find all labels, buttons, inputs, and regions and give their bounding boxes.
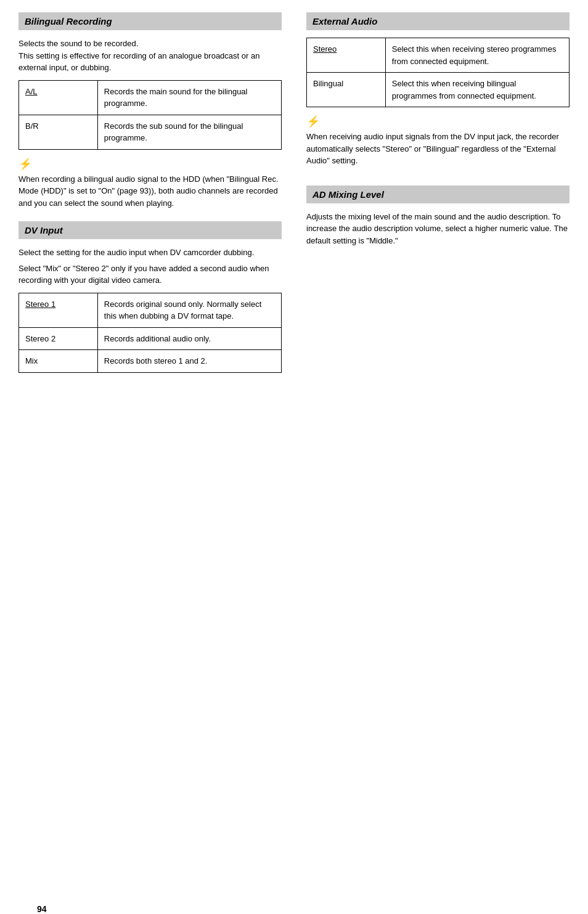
page-layout: Bilingual Recording Selects the sound to… <box>18 12 570 385</box>
left-column: Bilingual Recording Selects the sound to… <box>18 12 288 385</box>
table-row: Stereo 2 Records additional audio only. <box>19 327 282 350</box>
ad-mixing-level-body: Adjusts the mixing level of the main sou… <box>306 211 570 247</box>
table-row: B/R Records the sub sound for the biling… <box>19 115 282 149</box>
external-stereo-description: Select this when receiving stereo progra… <box>385 38 569 73</box>
bilingual-br-label: B/R <box>19 115 98 149</box>
external-audio-section: External Audio Stereo Select this when r… <box>306 12 570 167</box>
dv-input-intro1: Select the setting for the audio input w… <box>18 247 282 259</box>
bilingual-al-label: A/L <box>19 80 98 115</box>
dv-mix-label: Mix <box>19 350 98 373</box>
dv-stereo2-description: Records additional audio only. <box>97 327 281 350</box>
bilingual-intro-line1: Selects the sound to be recorded. <box>18 39 138 48</box>
external-audio-note-text: When receiving audio input signals from … <box>306 131 570 167</box>
external-audio-title: External Audio <box>306 12 570 30</box>
ad-mixing-level-section: AD Mixing Level Adjusts the mixing level… <box>306 186 570 247</box>
dv-input-intro2: Select "Mix" or "Stereo 2" only if you h… <box>18 263 282 287</box>
page-number: 94 <box>37 904 47 914</box>
right-column: External Audio Stereo Select this when r… <box>300 12 570 385</box>
external-bilingual-label: Bilingual <box>307 73 386 107</box>
page-wrapper: Bilingual Recording Selects the sound to… <box>18 12 570 914</box>
table-row: A/L Records the main sound for the bilin… <box>19 80 282 115</box>
table-row: Mix Records both stereo 1 and 2. <box>19 350 282 373</box>
bilingual-intro-line2: This setting is effective for recording … <box>18 51 259 73</box>
bilingual-note-icon: ⚡ <box>18 157 282 171</box>
dv-stereo2-label: Stereo 2 <box>19 327 98 350</box>
bilingual-al-description: Records the main sound for the bilingual… <box>97 80 281 115</box>
dv-input-table: Stereo 1 Records original sound only. No… <box>18 293 282 373</box>
external-audio-note-icon: ⚡ <box>306 115 570 128</box>
dv-input-intro: Select the setting for the audio input w… <box>18 247 282 287</box>
external-bilingual-description: Select this when receiving bilingual pro… <box>385 73 569 107</box>
external-stereo-label: Stereo <box>307 38 386 73</box>
bilingual-br-description: Records the sub sound for the bilingual … <box>97 115 281 149</box>
dv-input-section: DV Input Select the setting for the audi… <box>18 221 282 373</box>
dv-input-title: DV Input <box>18 221 282 239</box>
bilingual-recording-intro: Selects the sound to be recorded. This s… <box>18 38 282 74</box>
dv-stereo1-label: Stereo 1 <box>19 293 98 327</box>
bilingual-recording-title: Bilingual Recording <box>18 12 282 30</box>
ad-mixing-level-title: AD Mixing Level <box>306 186 570 203</box>
bilingual-recording-table: A/L Records the main sound for the bilin… <box>18 80 282 150</box>
table-row: Stereo Select this when receiving stereo… <box>307 38 570 73</box>
external-audio-table: Stereo Select this when receiving stereo… <box>306 38 570 107</box>
table-row: Bilingual Select this when receiving bil… <box>307 73 570 107</box>
bilingual-note-text: When recording a bilingual audio signal … <box>18 173 282 210</box>
table-row: Stereo 1 Records original sound only. No… <box>19 293 282 327</box>
dv-mix-description: Records both stereo 1 and 2. <box>97 350 281 373</box>
bilingual-recording-section: Bilingual Recording Selects the sound to… <box>18 12 282 209</box>
dv-stereo1-description: Records original sound only. Normally se… <box>97 293 281 327</box>
